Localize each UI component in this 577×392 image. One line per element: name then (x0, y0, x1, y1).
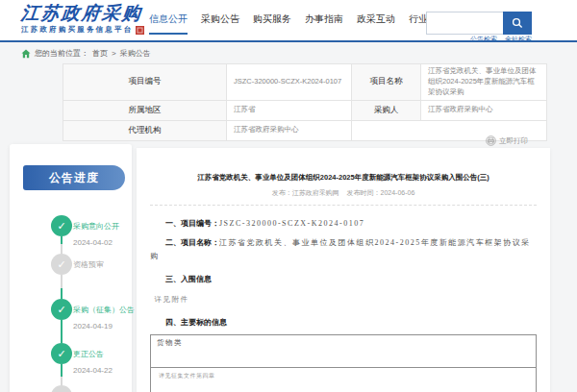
timeline-connector (61, 236, 63, 254)
attachment-note: 详见附件 (150, 293, 537, 306)
article-meta: 发布：江苏政府采购网 发布时间：2024-06-06 (150, 188, 537, 198)
site-search-link[interactable]: 全站检索 (505, 35, 532, 44)
check-icon: ✓ (57, 258, 65, 271)
project-info-table: 项目编号 JSZC-320000-SCZX-K2024-0107 项目名称 江苏… (63, 63, 547, 141)
table-row: 代理机构 江苏省政府采购中心 (63, 120, 547, 140)
nav-item-procurement-interaction[interactable]: 政采互动 (357, 12, 395, 35)
divider (150, 205, 537, 206)
subject-note: 详见征集文件第四章 (151, 368, 536, 384)
progress-panel-title: 公告进度 (23, 165, 125, 190)
nav-item-service-guide[interactable]: 办事指南 (305, 12, 343, 35)
subject-category: 货物类 (151, 335, 536, 368)
timeline-connector (61, 364, 63, 385)
agency-value: 江苏省政府采购中心 (227, 120, 352, 140)
search-links: 公告检索 全站检索 (426, 35, 532, 44)
subject-info-box: 货物类 详见征集文件第四章 (150, 334, 537, 392)
timeline-date: 2024-04-19 (73, 322, 113, 331)
agency-label: 代理机构 (63, 120, 227, 140)
publish-time-value: 2024-06-06 (380, 189, 414, 196)
main-nav: 信息公开 采购公告 购买服务 办事指南 政采互动 行业专题 (149, 12, 447, 35)
breadcrumb-current: 采购公告 (120, 48, 151, 59)
search-button[interactable] (503, 12, 532, 35)
home-icon (21, 49, 31, 59)
search-icon (512, 17, 523, 29)
breadcrumb-home-link[interactable]: 首页 (92, 48, 108, 59)
logo-title: 江苏政府采购 (20, 4, 146, 23)
logo-subtitle-row: 江苏政府购买服务信息平台 (21, 25, 144, 35)
timeline-connector (61, 320, 63, 343)
nav-item-buy-services[interactable]: 购买服务 (253, 12, 291, 35)
check-icon: ✓ (57, 348, 65, 360)
timeline-label: 资格预审 (73, 259, 104, 270)
article-title: 江苏省党政机关、事业单位及团体组织2024-2025年度新能源汽车框架协议采购入… (150, 173, 537, 183)
timeline-date: 2024-04-22 (73, 366, 113, 375)
breadcrumb: 您的当前位置： 首页 > 采购公告 (21, 48, 151, 59)
region-value: 江苏省 (227, 100, 352, 120)
check-icon: ✓ (57, 304, 65, 316)
search-box (426, 12, 532, 35)
timeline-label: 采购意向公开 (73, 221, 119, 232)
announcement-article: 江苏省党政机关、事业单位及团体组织2024-2025年度新能源汽车框架协议采购入… (137, 148, 550, 392)
breadcrumb-separator: > (112, 49, 116, 58)
project-number-value: JSZC-320000-SCZX-K2024-0107 (227, 64, 352, 101)
section-2-label: 二、项目名称： (165, 238, 219, 247)
section-project-number: 一、项目编号：JSZC-320000-SCZX-K2024-0107 (150, 217, 537, 231)
print-button[interactable]: 立即打印 (486, 135, 528, 146)
timeline-label: 采购（征集）公告 (73, 305, 135, 315)
purchaser-label: 采购人 (352, 100, 421, 120)
section-1-value: JSZC-320000-SCZX-K2024-0107 (219, 219, 364, 228)
print-icon (486, 135, 496, 146)
table-row: 所属地区 江苏省 采购人 江苏省政府采购中心 (63, 100, 547, 120)
section-shortlist-info: 三、入围信息 (150, 273, 537, 286)
check-icon: ✓ (57, 220, 65, 233)
project-name-value: 江苏省党政机关、事业单位及团体组织2024-2025年度新能源汽车框架协议采购 (421, 64, 547, 101)
project-number-label: 项目编号 (63, 64, 227, 101)
nav-item-procurement-notices[interactable]: 采购公告 (201, 12, 239, 35)
logo-subtitle: 江苏政府购买服务信息平台 (21, 25, 133, 35)
publisher-label: 发布： (272, 189, 292, 196)
search-input[interactable] (426, 12, 503, 35)
purchaser-value: 江苏省政府采购中心 (421, 100, 547, 120)
print-label: 立即打印 (499, 136, 528, 146)
section-main-subject: 四、主要标的信息 (150, 316, 537, 330)
site-header: 江苏政府采购 江苏政府购买服务信息平台 信息公开 采购公告 购买服务 办事指南 … (0, 0, 577, 42)
timeline-connector (61, 275, 63, 299)
nav-item-info-disclosure[interactable]: 信息公开 (149, 12, 188, 35)
timeline-date: 2024-04-02 (73, 238, 113, 247)
section-project-name: 二、项目名称：江苏省党政机关、事业单位及团体组织2024-2025年度新能源汽车… (150, 236, 537, 263)
publish-time-label: 发布时间： (346, 189, 380, 196)
section-1-label: 一、项目编号： (165, 219, 219, 228)
announcement-search-link[interactable]: 公告检索 (470, 35, 497, 44)
seal-icon (136, 26, 144, 35)
project-name-label: 项目名称 (352, 64, 421, 101)
table-row: 项目编号 JSZC-320000-SCZX-K2024-0107 项目名称 江苏… (63, 64, 547, 101)
region-label: 所属地区 (63, 100, 227, 120)
publisher-value: 江苏政府采购网 (292, 189, 339, 196)
breadcrumb-prefix: 您的当前位置： (35, 48, 88, 59)
timeline-next-step-circle (51, 385, 72, 392)
site-logo[interactable]: 江苏政府采购 江苏政府购买服务信息平台 (21, 4, 144, 35)
timeline-label: 更正公告 (73, 349, 104, 359)
announcement-progress-panel: 公告进度 ✓ 采购意向公开 2024-04-02 ✓ 资格预审 ✓ 采购（征集）… (10, 144, 132, 392)
